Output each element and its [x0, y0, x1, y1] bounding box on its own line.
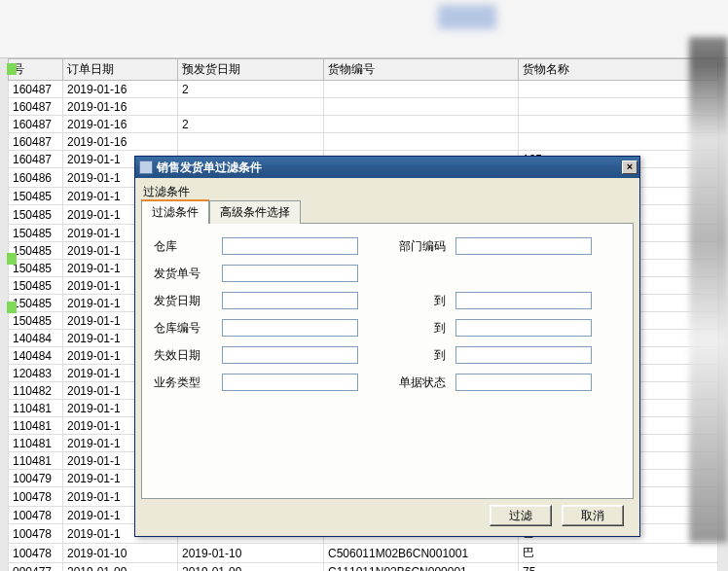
cell[interactable]: 2019-01-10 — [178, 544, 324, 563]
cell[interactable]: 120483 — [9, 365, 63, 382]
cell[interactable]: 100478 — [9, 544, 63, 563]
label-biz-type: 业务类型 — [154, 375, 212, 391]
tab-pane-filter: 仓库 部门编码 发货单号 发货日期 到 仓库编号 到 失效日期 到 — [141, 224, 634, 499]
table-row[interactable]: 1604872019-01-16 — [9, 98, 718, 116]
cell[interactable]: 2019-01-16 — [63, 133, 178, 151]
label-ship-date-to: 到 — [368, 293, 446, 309]
side-panel — [689, 37, 728, 543]
cell[interactable]: 090477 — [9, 563, 63, 572]
cell[interactable]: 140484 — [9, 330, 63, 347]
col-header-delivery-date[interactable]: 预发货日期 — [178, 59, 324, 81]
cell[interactable] — [324, 133, 519, 151]
cell[interactable]: 150485 — [9, 312, 63, 330]
cell[interactable] — [519, 133, 718, 151]
tab-advanced[interactable]: 高级条件选择 — [209, 200, 301, 224]
cell[interactable]: 2 — [178, 116, 324, 133]
input-doc-status[interactable] — [455, 374, 592, 391]
label-ship-date: 发货日期 — [154, 293, 212, 309]
cell[interactable]: 110481 — [9, 400, 63, 417]
input-wh-code-from[interactable] — [222, 319, 358, 337]
input-wh-code-to[interactable] — [455, 319, 592, 337]
dialog-titlebar[interactable]: 销售发货单过滤条件 × — [135, 157, 639, 178]
table-row[interactable]: 1004782019-01-102019-01-10C506011M02B6CN… — [9, 544, 718, 563]
label-ship-no: 发货单号 — [154, 266, 212, 282]
input-ship-date-to[interactable] — [455, 292, 592, 309]
cell[interactable]: 160487 — [9, 151, 63, 168]
filter-button[interactable]: 过滤 — [490, 505, 552, 526]
cell[interactable] — [178, 133, 324, 151]
cell[interactable]: 160487 — [9, 81, 63, 98]
cell[interactable]: 100478 — [9, 507, 63, 524]
cell[interactable]: 150485 — [9, 225, 63, 242]
table-row[interactable]: 0904772019-01-092019-01-09C111011N02B6CN… — [9, 563, 718, 572]
col-header-material-code[interactable]: 货物编号 — [324, 59, 519, 81]
cell[interactable]: 2019-01-09 — [178, 563, 324, 572]
col-header-material-name[interactable]: 货物名称 — [519, 59, 718, 81]
dialog-title: 销售发货单过滤条件 — [157, 160, 622, 176]
cell[interactable] — [178, 98, 324, 116]
cell[interactable]: 110481 — [9, 417, 63, 435]
close-icon[interactable]: × — [622, 161, 637, 174]
cell[interactable]: 160487 — [9, 98, 63, 116]
label-expire-date: 失效日期 — [154, 347, 212, 364]
cell[interactable]: 110481 — [9, 435, 63, 452]
cell[interactable]: 150485 — [9, 188, 63, 205]
cell[interactable]: 150485 — [9, 277, 63, 295]
cell[interactable] — [519, 116, 718, 133]
cell[interactable]: 160487 — [9, 133, 63, 151]
cell[interactable]: 2019-01-10 — [63, 544, 178, 563]
label-wh-code: 仓库编号 — [154, 320, 212, 337]
cell[interactable]: 2019-01-16 — [63, 116, 178, 133]
cell[interactable]: 110481 — [9, 452, 63, 470]
cell[interactable] — [519, 81, 718, 98]
cell[interactable]: 110482 — [9, 382, 63, 400]
input-ship-no[interactable] — [222, 265, 358, 282]
cell[interactable] — [324, 98, 519, 116]
table-row[interactable]: 1604872019-01-162 — [9, 116, 718, 133]
input-ship-date-from[interactable] — [222, 292, 358, 309]
cell[interactable]: 2019-01-09 — [63, 563, 178, 572]
cell[interactable]: C111011N02B6CN000001 — [324, 563, 519, 572]
cell[interactable]: 2 — [178, 81, 324, 98]
label-doc-status: 单据状态 — [368, 375, 446, 391]
dialog-footer: 过滤 取消 — [141, 499, 634, 532]
cell[interactable]: 2019-01-16 — [63, 98, 178, 116]
grid-header-row: 号 订单日期 预发货日期 货物编号 货物名称 — [9, 59, 718, 81]
cell[interactable]: 150485 — [9, 205, 63, 225]
cell[interactable] — [519, 98, 718, 116]
label-expire-date-to: 到 — [368, 347, 446, 364]
group-label: 过滤条件 — [143, 184, 634, 200]
label-wh-code-to: 到 — [368, 320, 446, 337]
cell[interactable]: 140484 — [9, 347, 63, 365]
input-expire-date-from[interactable] — [222, 346, 358, 364]
tabstrip: 过滤条件 高级条件选择 — [141, 202, 634, 224]
input-warehouse[interactable] — [222, 237, 358, 255]
cell[interactable]: 160486 — [9, 168, 63, 188]
input-expire-date-to[interactable] — [455, 346, 592, 364]
input-biz-type[interactable] — [222, 374, 358, 391]
cell[interactable]: 100479 — [9, 470, 63, 487]
table-row[interactable]: 1604872019-01-16 — [9, 133, 718, 151]
label-warehouse: 仓库 — [154, 238, 212, 255]
cell[interactable]: 巴 — [519, 544, 718, 563]
col-header-order-date[interactable]: 订单日期 — [63, 59, 178, 81]
input-dept-code[interactable] — [455, 237, 592, 255]
cancel-button[interactable]: 取消 — [562, 505, 624, 526]
cell[interactable]: 100478 — [9, 487, 63, 507]
cell[interactable]: C506011M02B6CN001001 — [324, 544, 519, 563]
cell[interactable]: 100478 — [9, 524, 63, 544]
filter-dialog: 销售发货单过滤条件 × 过滤条件 过滤条件 高级条件选择 仓库 部门编码 发货单… — [134, 156, 640, 537]
table-row[interactable]: 1604872019-01-162 — [9, 81, 718, 98]
cell[interactable] — [324, 116, 519, 133]
cell[interactable] — [324, 81, 519, 98]
label-dept-code: 部门编码 — [368, 238, 446, 255]
cell[interactable]: 160487 — [9, 116, 63, 133]
cell[interactable]: 2019-01-16 — [63, 81, 178, 98]
window-icon — [139, 161, 153, 174]
tab-filter[interactable]: 过滤条件 — [141, 199, 209, 224]
cell[interactable]: 75 — [519, 563, 718, 572]
